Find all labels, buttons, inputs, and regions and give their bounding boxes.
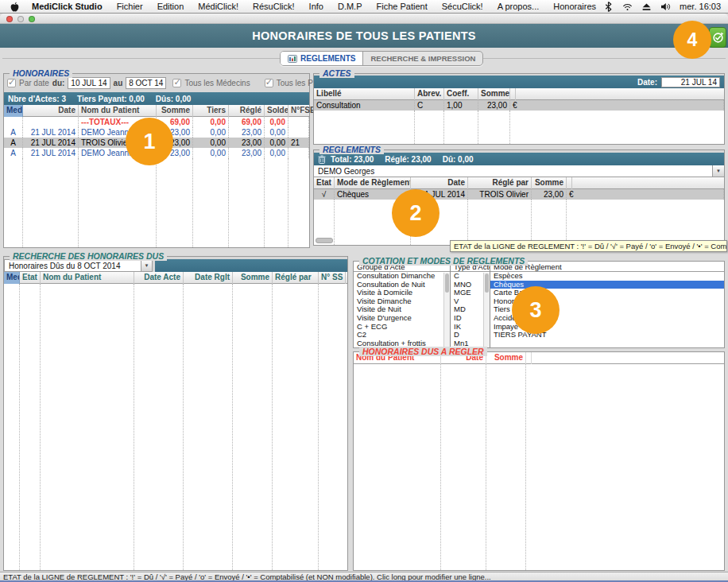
menu-items: MediClick StudioFichierEditionMédiClick!… [25, 0, 603, 13]
tab-recherche-impression[interactable]: RECHERCHE & IMPRESSION [362, 52, 482, 65]
recherche-header-row[interactable]: MedEtatNom du PatientDate ActeDate RgltS… [4, 272, 346, 284]
close-window-button[interactable] [6, 16, 13, 22]
cell: Tiers [193, 105, 229, 117]
actes-row[interactable]: ConsultationC1,0023,00€ [314, 100, 724, 111]
actes-date-bar: Date: 21 JUL 14 [314, 76, 724, 88]
cell: Med [4, 272, 20, 284]
menu-items-item[interactable]: Edition [150, 0, 192, 14]
dus-a-regler-panel: HONORAIRES DUS A REGLER Nom du PatientDa… [353, 351, 725, 571]
tous-medecins-label: Tous les Médecins [184, 79, 250, 87]
menu-items-item[interactable]: SécuClick! [435, 0, 490, 14]
cell: C [415, 100, 444, 111]
payer-dropdown-arrow-icon[interactable] [712, 165, 724, 177]
payer-dropdown-value: DEMO Georges [314, 165, 712, 177]
zoom-window-button[interactable] [29, 16, 35, 22]
dus-a-regler-panel-label: HONORAIRES DUS A REGLER [359, 347, 487, 356]
eject-icon[interactable] [641, 2, 652, 12]
validate-refresh-button[interactable] [709, 27, 726, 48]
apple-menu-icon[interactable] [10, 2, 20, 12]
cell: 23,00 [229, 127, 265, 138]
groupe-acte-list-item[interactable]: Consultation Dimanche [354, 272, 450, 281]
honoraires-dus-dropdown-value[interactable]: Honoraires Dûs du 8 OCT 2014 [4, 259, 141, 272]
groupe-acte-list-item[interactable]: Visite de Nuit [354, 305, 450, 314]
actes-date-label: Date: [637, 78, 657, 87]
date-from-input[interactable]: 10 JUL 14 [68, 77, 110, 89]
cell: Date [411, 177, 468, 189]
tous-patients-checkbox[interactable] [265, 79, 273, 87]
column-line [4, 158, 23, 247]
groupe-acte-list-item[interactable]: Visite D'urgence [354, 314, 450, 323]
cell: 21 JUL 2014 [23, 148, 79, 158]
cell [288, 127, 309, 138]
column-line [567, 200, 724, 245]
groupe-acte-list-item[interactable]: Consultation de Nuit [354, 281, 450, 289]
mode-reglement-list-item[interactable]: TIERS PAYANT [490, 331, 724, 340]
mode-reglement-list-item[interactable]: Espèces [490, 272, 724, 281]
menu-items-item[interactable]: D.M.P [331, 0, 370, 14]
reglements-table-header[interactable]: EtatMode de RèglementDateRéglé parSomme [314, 177, 724, 189]
cell: 23,00 [478, 100, 510, 111]
cell: 0,00 [193, 148, 229, 158]
column-line [134, 284, 184, 570]
column-line [79, 158, 157, 247]
status-bar: ETAT de la LIGNE de REGLEMENT : '!' = Dû… [0, 572, 728, 580]
column-line [526, 364, 724, 570]
actes-header-row[interactable]: LibelléAbrev.Coeff.Somme [314, 88, 516, 100]
cell: 1,00 [444, 100, 478, 111]
honoraires-table-header[interactable]: MedDateNom du PatientSommeTiersRégléSold… [4, 105, 309, 117]
tous-medecins-checkbox[interactable] [172, 79, 181, 87]
cell: 0,00 [265, 138, 288, 148]
groupe-acte-list-item[interactable]: C2 [354, 331, 450, 340]
page-title: HONORAIRES DE TOUS LES PATIENTS [252, 29, 476, 42]
column-line [319, 284, 347, 570]
cell: Réglé par [468, 177, 532, 189]
honoraires-header-row[interactable]: MedDateNom du PatientSommeTiersRégléSold… [4, 105, 319, 117]
honoraires-dus-dropdown-arrow-icon[interactable] [141, 259, 153, 272]
column-line [468, 200, 532, 245]
type-acte-scrollbar[interactable] [483, 273, 490, 347]
column-line [157, 158, 193, 247]
reglements-header-row[interactable]: EtatMode de RèglementDateRéglé parSomme [314, 177, 572, 189]
wifi-icon[interactable] [622, 2, 633, 12]
reglements-hscrollbar[interactable] [316, 238, 333, 243]
cell: Réglé par [273, 272, 319, 284]
column-line [444, 111, 478, 144]
groupe-acte-list-item[interactable]: C + ECG [354, 323, 450, 332]
cell: Abrev. [415, 88, 444, 100]
menu-items-item[interactable]: Info [302, 0, 331, 14]
recherche-panel: RECHERCHE DES HONORAIRES DUS Honoraires … [3, 256, 348, 571]
menu-items-item[interactable]: A propos... [490, 0, 547, 14]
cell: 0,00 [265, 148, 288, 158]
menu-items-item[interactable]: RésuClick! [246, 0, 302, 14]
reglements-row[interactable]: √Chèques21 JUL 2014TROIS Olivier23,00€ [314, 189, 724, 200]
payer-dropdown[interactable]: DEMO Georges [314, 165, 724, 177]
minimize-window-button[interactable] [17, 16, 24, 22]
bluetooth-icon[interactable] [603, 2, 614, 12]
page-title-bar: HONORAIRES DE TOUS LES PATIENTS [0, 24, 728, 48]
tab-reglements[interactable]: REGLEMENTS [281, 52, 362, 65]
actes-table-header[interactable]: LibelléAbrev.Coeff.Somme [314, 88, 724, 100]
actes-table-filler [314, 111, 724, 144]
volume-icon[interactable] [660, 2, 671, 12]
par-date-checkbox[interactable] [7, 79, 16, 87]
traffic-lights [6, 16, 35, 22]
groupe-acte-scrollbar[interactable] [443, 273, 450, 347]
date-to-input[interactable]: 8 OCT 14 [126, 77, 166, 89]
cell: € [567, 189, 724, 200]
recherche-table-header[interactable]: MedEtatNom du PatientDate ActeDate RgltS… [4, 272, 347, 284]
menu-items-item[interactable]: MédiClick! [191, 0, 246, 14]
column-line [273, 284, 319, 570]
trash-icon[interactable] [318, 155, 326, 164]
cell [526, 352, 532, 364]
cell: Consultation [314, 100, 415, 111]
groupe-acte-list-item[interactable]: Visite à Domicile [354, 289, 450, 297]
actes-date-input[interactable]: 21 JUL 14 [661, 77, 720, 87]
cell: √ [314, 189, 335, 200]
groupe-acte-list-item[interactable]: Visite Dimanche [354, 297, 450, 306]
menu-items-item[interactable]: Fiche Patient [370, 0, 435, 14]
cell: A [4, 138, 23, 148]
column-line [23, 158, 79, 247]
menu-items-item[interactable]: Honoraires [546, 0, 603, 14]
menu-items-item[interactable]: MediClick Studio [25, 0, 110, 14]
menu-items-item[interactable]: Fichier [110, 0, 150, 14]
